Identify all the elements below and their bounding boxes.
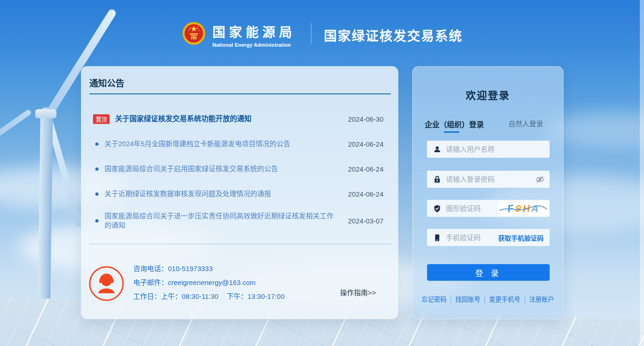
notice-list-item[interactable]: 置顶 关于国家绿证核发交易系统功能开放的通知 2024-06-30 xyxy=(89,111,391,127)
bullet-icon xyxy=(95,142,99,146)
recover-account-link[interactable]: 找回账号 xyxy=(451,297,485,303)
workday-label: 工作日： xyxy=(133,292,161,300)
login-panel: 欢迎登录 企业（组织）登录 自然人登录 xyxy=(412,66,564,319)
notice-title-link[interactable]: 国家能源局综合司关于进一步压实责任协同高效做好近期绿证核发相关工作的通知 xyxy=(105,211,336,230)
user-icon xyxy=(433,145,441,154)
change-phone-link[interactable]: 变更手机号 xyxy=(485,297,525,303)
customer-service-icon xyxy=(88,265,125,302)
notice-date: 2024-03-07 xyxy=(348,217,384,225)
password-input[interactable] xyxy=(446,175,535,183)
login-title: 欢迎登录 xyxy=(413,87,563,102)
notice-date: 2024-06-30 xyxy=(348,115,384,123)
workday-afternoon: 下午：13:30-17:00 xyxy=(227,292,285,300)
tab-person-login[interactable]: 自然人登录 xyxy=(508,118,543,128)
notice-panel: 通知公告 置顶 关于国家绿证核发交易系统功能开放的通知 2024-06-30 关… xyxy=(81,66,398,319)
email-address: creeigreenenergy@163.com xyxy=(168,278,256,286)
captcha-image[interactable]: F9HA xyxy=(497,201,549,216)
national-emblem-icon xyxy=(180,20,207,47)
sms-code-field[interactable]: 获取手机验证码 xyxy=(427,229,550,246)
notice-list-item[interactable]: 国家能源局综合司关于启用国家绿证核发交易系统的公告 2024-06-24 xyxy=(89,161,391,177)
login-page: 国家能源局 National Energy Administration 国家绿… xyxy=(0,0,644,346)
bullet-icon xyxy=(95,219,99,222)
notice-title-link[interactable]: 关于2024年5月全国新增建档立卡新能源发电项目情况的公告 xyxy=(105,139,291,148)
bullet-icon xyxy=(95,167,99,171)
notice-date: 2024-06-24 xyxy=(348,140,384,148)
active-tab-underline xyxy=(444,131,459,133)
notice-date: 2024-06-24 xyxy=(348,165,384,173)
wind-turbine-hub xyxy=(35,109,56,118)
notice-list-item[interactable]: 国家能源局综合司关于进一步压实责任协同高效做好近期绿证核发相关工作的通知 202… xyxy=(89,208,391,234)
get-sms-code-button[interactable]: 获取手机验证码 xyxy=(498,233,544,242)
password-field[interactable] xyxy=(427,171,550,188)
notice-date: 2024-06-24 xyxy=(348,190,384,198)
notice-list-item[interactable]: 关于近期绿证核发数据审核发现问题及处理情况的通报 2024-06-24 xyxy=(89,185,391,202)
sms-code-input[interactable] xyxy=(446,234,498,241)
section-title-rule xyxy=(89,93,391,94)
email-label: 电子邮件： xyxy=(133,278,168,286)
eye-off-icon[interactable] xyxy=(535,174,545,185)
org-name: 国家能源局 xyxy=(212,22,296,41)
lock-icon xyxy=(433,175,441,184)
operation-guide-link[interactable]: 操作指南>> xyxy=(340,287,376,297)
contact-info: 咨询电话：010-51973333 电子邮件：creeigreenenergy@… xyxy=(133,262,285,303)
register-account-link[interactable]: 注册账户 xyxy=(525,297,558,303)
captcha-field[interactable]: F9HA xyxy=(427,200,550,217)
login-helper-links: 忘记密码 找回账号 变更手机号 注册账户 xyxy=(413,297,563,303)
forgot-password-link[interactable]: 忘记密码 xyxy=(417,297,451,303)
page-header: 国家能源局 National Energy Administration 国家绿… xyxy=(0,0,644,56)
bullet-icon xyxy=(95,192,99,196)
workday-morning: 上午：08:30-11:30 xyxy=(161,292,218,300)
contact-divider xyxy=(89,244,391,244)
mobile-phone-icon xyxy=(433,234,441,242)
notice-list-item[interactable]: 关于2024年5月全国新增建档立卡新能源发电项目情况的公告 2024-06-24 xyxy=(89,136,391,152)
tab-enterprise-login[interactable]: 企业（组织）登录 xyxy=(425,118,484,130)
username-field[interactable] xyxy=(427,141,550,158)
captcha-noise-line xyxy=(497,201,549,216)
notice-title-link[interactable]: 国家能源局综合司关于启用国家绿证核发交易系统的公告 xyxy=(105,164,278,173)
notice-title-link[interactable]: 关于近期绿证核发数据审核发现问题及处理情况的通报 xyxy=(105,189,271,198)
phone-number: 010-51973333 xyxy=(168,265,213,272)
wind-turbine-blade xyxy=(0,109,32,153)
login-button[interactable]: 登 录 xyxy=(427,264,550,281)
pinned-badge: 置顶 xyxy=(93,114,110,124)
org-name-en: National Energy Administration xyxy=(212,42,296,48)
phone-label: 咨询电话： xyxy=(133,265,168,272)
notice-title-link[interactable]: 关于国家绿证核发交易系统功能开放的通知 xyxy=(115,114,252,124)
header-divider xyxy=(311,23,311,44)
username-input[interactable] xyxy=(446,145,550,153)
notice-section-title: 通知公告 xyxy=(89,76,124,89)
page-title: 国家绿证核发交易系统 xyxy=(324,26,463,44)
shield-check-icon xyxy=(433,204,441,213)
